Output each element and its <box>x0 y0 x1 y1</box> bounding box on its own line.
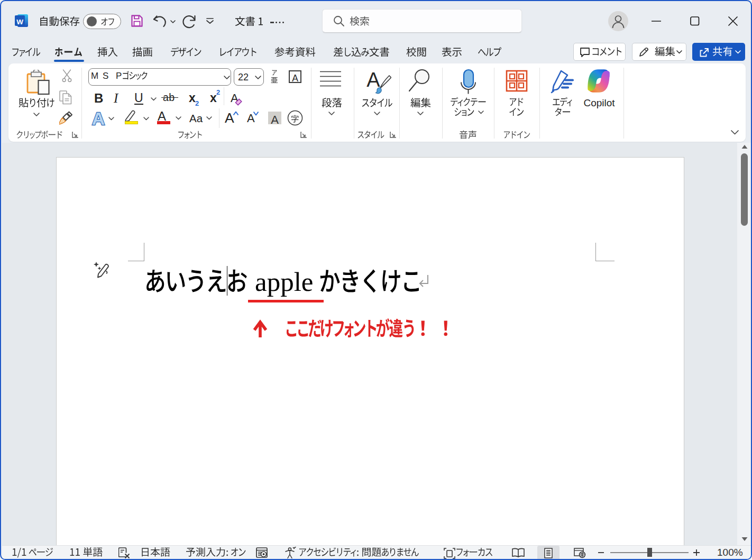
svg-text:W: W <box>16 18 23 26</box>
svg-text:A: A <box>92 108 105 126</box>
